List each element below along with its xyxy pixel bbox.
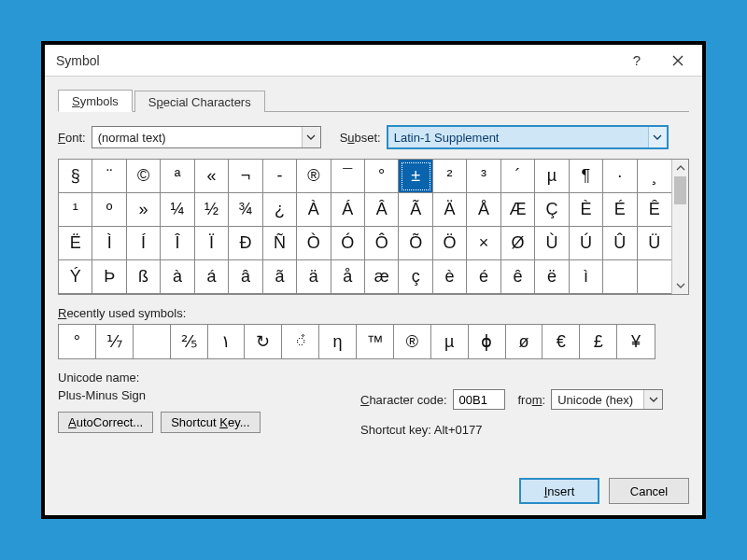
symbol-cell[interactable]: Ô — [365, 227, 399, 260]
cancel-button[interactable]: Cancel — [609, 478, 689, 504]
symbol-cell[interactable]: ¿ — [263, 193, 297, 227]
scroll-down-icon[interactable] — [672, 277, 688, 294]
symbol-cell[interactable]: Ä — [433, 193, 467, 227]
recent-symbol-cell[interactable]: ↻ — [245, 325, 282, 358]
symbol-cell[interactable]: Ø — [501, 227, 535, 260]
from-combo[interactable]: Unicode (hex) — [551, 389, 663, 410]
symbol-cell[interactable]: ¨ — [92, 160, 126, 193]
recent-symbol-cell[interactable]: ံ — [282, 325, 319, 358]
symbol-cell[interactable]: ª — [161, 160, 194, 193]
recent-symbol-cell[interactable]: ° — [59, 325, 96, 358]
symbol-cell[interactable]: © — [127, 160, 161, 193]
symbol-cell[interactable]: Ï — [195, 227, 229, 260]
autocorrect-button[interactable]: AutoCorrect... — [58, 412, 153, 433]
recent-symbol-cell[interactable]: ® — [394, 325, 431, 358]
symbol-cell[interactable]: Ç — [535, 193, 569, 227]
symbol-cell[interactable] — [603, 260, 637, 294]
symbol-cell[interactable]: Ê — [638, 193, 671, 227]
symbol-cell[interactable]: ¹ — [59, 193, 92, 227]
symbol-cell[interactable]: Ë — [59, 227, 92, 260]
symbol-cell[interactable]: Ù — [535, 227, 569, 260]
symbol-cell[interactable]: Ý — [59, 260, 92, 294]
symbol-cell[interactable]: ä — [297, 260, 331, 294]
symbol-cell[interactable]: Â — [365, 193, 399, 227]
symbol-cell[interactable]: Ó — [331, 227, 365, 260]
symbol-cell[interactable]: ê — [501, 260, 535, 294]
symbol-cell[interactable]: à — [161, 260, 194, 294]
symbol-cell[interactable]: é — [467, 260, 500, 294]
symbol-cell[interactable]: Û — [603, 227, 637, 260]
recent-symbol-cell[interactable]: µ — [431, 325, 469, 358]
symbol-cell[interactable]: å — [331, 260, 365, 294]
symbol-cell[interactable]: ¶ — [570, 160, 603, 193]
symbol-cell[interactable]: Ü — [638, 227, 671, 260]
symbol-cell[interactable]: ¼ — [161, 193, 194, 227]
symbol-cell[interactable]: « — [195, 160, 229, 193]
symbol-cell[interactable]: É — [603, 193, 637, 227]
recent-symbol-cell[interactable]: ø — [506, 325, 543, 358]
subset-combo[interactable]: Latin-1 Supplement — [387, 125, 669, 149]
symbol-cell[interactable]: ° — [365, 160, 399, 193]
recent-symbol-cell[interactable] — [134, 325, 171, 358]
symbol-cell[interactable]: Í — [127, 227, 161, 260]
recent-symbol-cell[interactable]: ⅐ — [96, 325, 134, 358]
symbol-cell[interactable]: Ð — [229, 227, 262, 260]
shortcut-key-button[interactable]: Shortcut Key... — [161, 412, 260, 433]
symbol-cell[interactable]: Õ — [399, 227, 432, 260]
symbol-cell[interactable]: ß — [127, 260, 161, 294]
symbol-cell[interactable]: Á — [331, 193, 365, 227]
font-combo[interactable]: (normal text) — [92, 126, 321, 148]
recent-symbol-cell[interactable]: η — [319, 325, 357, 358]
symbol-cell[interactable]: × — [467, 227, 500, 260]
help-button[interactable]: ? — [616, 47, 657, 75]
symbol-cell[interactable]: è — [433, 260, 467, 294]
symbol-cell[interactable]: Ò — [297, 227, 331, 260]
tab-symbols[interactable]: Symbols — [58, 90, 133, 112]
symbol-cell[interactable]: ¾ — [229, 193, 262, 227]
close-button[interactable] — [657, 47, 698, 75]
symbol-cell[interactable]: Ú — [570, 227, 603, 260]
symbol-cell[interactable]: - — [263, 160, 297, 193]
scroll-track[interactable] — [672, 176, 688, 277]
symbol-cell[interactable]: » — [127, 193, 161, 227]
symbol-cell[interactable]: Ñ — [263, 227, 297, 260]
recent-symbol-cell[interactable]: € — [543, 325, 580, 358]
recent-symbol-cell[interactable]: ɸ — [469, 325, 506, 358]
recent-symbol-cell[interactable]: ١ — [208, 325, 246, 358]
symbol-cell[interactable]: Ö — [433, 227, 467, 260]
symbol-cell[interactable]: æ — [365, 260, 399, 294]
symbol-cell[interactable]: · — [603, 160, 637, 193]
symbol-cell[interactable]: ± — [399, 160, 432, 193]
symbol-cell[interactable] — [638, 260, 671, 294]
symbol-cell[interactable]: ç — [399, 260, 432, 294]
recent-symbol-cell[interactable]: ™ — [357, 325, 394, 358]
scroll-up-icon[interactable] — [672, 160, 688, 176]
recent-symbol-cell[interactable]: ⅖ — [171, 325, 208, 358]
symbol-cell[interactable]: â — [229, 260, 262, 294]
symbol-cell[interactable]: Ã — [399, 193, 432, 227]
symbol-cell[interactable]: À — [297, 193, 331, 227]
symbol-cell[interactable]: Ì — [92, 227, 126, 260]
insert-button[interactable]: Insert — [519, 478, 599, 504]
recent-symbol-cell[interactable]: £ — [580, 325, 617, 358]
char-code-input[interactable] — [453, 389, 505, 410]
grid-scrollbar[interactable] — [671, 160, 688, 294]
symbol-cell[interactable]: ³ — [467, 160, 500, 193]
scroll-thumb[interactable] — [674, 176, 686, 204]
symbol-cell[interactable]: ´ — [501, 160, 535, 193]
symbol-cell[interactable]: ã — [263, 260, 297, 294]
tab-special-characters[interactable]: Special Characters — [134, 91, 265, 112]
symbol-cell[interactable]: Þ — [92, 260, 126, 294]
symbol-cell[interactable]: á — [195, 260, 229, 294]
symbol-cell[interactable]: Î — [161, 227, 194, 260]
symbol-cell[interactable]: µ — [535, 160, 569, 193]
symbol-cell[interactable]: ¸ — [638, 160, 671, 193]
symbol-cell[interactable]: º — [92, 193, 126, 227]
symbol-cell[interactable]: ì — [570, 260, 603, 294]
symbol-cell[interactable]: ¯ — [331, 160, 365, 193]
symbol-cell[interactable]: È — [570, 193, 603, 227]
recent-symbol-cell[interactable]: ¥ — [617, 325, 655, 358]
symbol-cell[interactable]: § — [59, 160, 92, 193]
symbol-cell[interactable]: Æ — [501, 193, 535, 227]
symbol-cell[interactable]: ë — [535, 260, 569, 294]
